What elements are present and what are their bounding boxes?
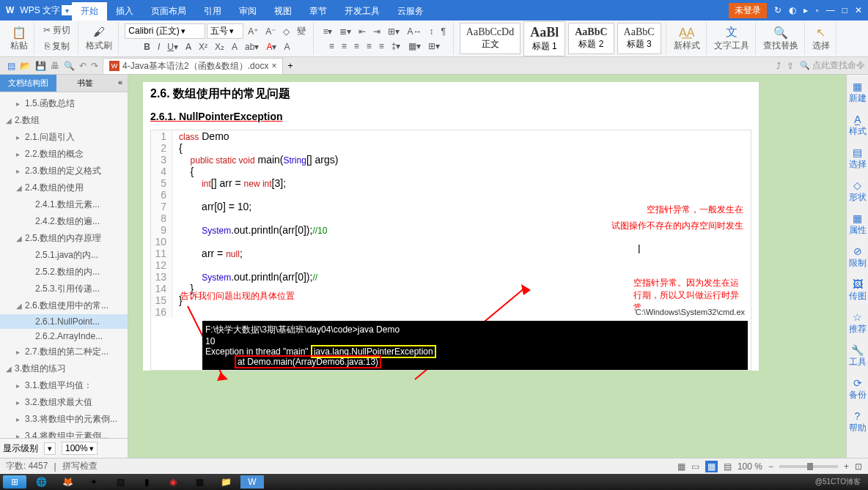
taskbar-app2-icon[interactable]: ▧ [108, 475, 132, 489]
rpanel-recommend[interactable]: ☆推荐 [849, 311, 867, 335]
command-search[interactable]: 🔍 点此查找命令 [800, 59, 865, 72]
taskbar-app4-icon[interactable]: ▦ [188, 475, 211, 489]
indent-dec-button[interactable]: ⇤ [356, 25, 369, 38]
view-read-icon[interactable]: ▭ [691, 461, 699, 472]
italic-button[interactable]: I [155, 40, 163, 53]
login-status[interactable]: 未登录 [729, 3, 767, 18]
share-icon[interactable]: ⇪ [787, 61, 794, 71]
new-tab-button[interactable]: + [283, 61, 297, 71]
tab-dev[interactable]: 开发工具 [336, 2, 389, 21]
outline-item[interactable]: 2.6.1.NullPoint... [0, 314, 128, 329]
view-print-icon[interactable]: ▦ [677, 461, 685, 472]
outline-zoom-combo[interactable]: 100%▾ [62, 442, 98, 455]
outline-item[interactable]: 2.5.1.java的内... [0, 247, 128, 264]
close-icon[interactable]: ✕ [855, 5, 862, 15]
sync-icon[interactable]: ↻ [774, 5, 781, 15]
sidebar-tab-bookmark[interactable]: 书签 [56, 75, 113, 92]
align-dist-button[interactable]: ≡ [376, 40, 387, 53]
taskbar-music-icon[interactable]: ◉ [161, 475, 185, 489]
rpanel-shape[interactable]: ◇形状 [849, 179, 867, 204]
qat-save-icon[interactable]: 💾 [35, 61, 46, 71]
outline-item[interactable]: ▸3.1.数组平均值： [0, 377, 128, 394]
style-h3[interactable]: AaBbC标题 3 [617, 23, 661, 54]
taskbar-app1-icon[interactable]: ✦ [82, 475, 106, 489]
outline-item[interactable]: 2.5.3.引用传递... [0, 281, 128, 297]
zoom-in-button[interactable]: + [844, 461, 849, 472]
taskbar-chrome-icon[interactable]: 🌐 [29, 475, 53, 489]
outline-item[interactable]: 2.4.2.数组的遍... [0, 213, 128, 230]
min-ribbon-icon[interactable]: ▫ [815, 5, 818, 15]
tab-section[interactable]: 章节 [301, 2, 336, 21]
outline-item[interactable]: 2.4.1.数组元素... [0, 196, 128, 213]
super-button[interactable]: X² [196, 40, 210, 53]
taskbar-firefox-icon[interactable]: 🦊 [56, 475, 79, 489]
view-outline-icon[interactable]: ▤ [724, 461, 732, 472]
shading-button[interactable]: ▦▾ [405, 40, 424, 53]
style-normal[interactable]: AaBbCcDd正文 [460, 23, 521, 54]
taskbar-wps-icon[interactable]: W [240, 475, 264, 489]
qat-redo-icon[interactable]: ↷ [91, 61, 98, 71]
align-center-button[interactable]: ≡ [339, 40, 350, 53]
bold-button[interactable]: B [141, 40, 153, 53]
doc-close-icon[interactable]: × [271, 61, 276, 71]
qat-undo-icon[interactable]: ↶ [79, 61, 87, 71]
strike-button[interactable]: A̵ [183, 40, 194, 53]
outline-item[interactable]: ◢2.数组 [0, 112, 128, 129]
qat-open-icon[interactable]: 📂 [20, 61, 31, 71]
tab-cloud[interactable]: 云服务 [389, 2, 433, 21]
show-marks-button[interactable]: ¶ [438, 25, 448, 38]
sidebar-collapse-icon[interactable]: « [113, 75, 128, 92]
indent-inc-button[interactable]: ⇥ [370, 25, 383, 38]
copy-button[interactable]: ⎘ 复制 [42, 39, 73, 54]
rpanel-limit[interactable]: ⊘限制 [849, 245, 867, 270]
clear-format-button[interactable]: ◇ [280, 25, 293, 38]
feedback-icon[interactable]: ⤴ [776, 61, 781, 71]
minimize-icon[interactable]: — [826, 5, 835, 15]
tab-button[interactable]: ⊞▾ [385, 25, 402, 38]
paste-button[interactable]: 📋粘贴 [9, 23, 29, 53]
outline-item[interactable]: ◢2.6.数组使用中的常... [0, 297, 128, 314]
line-spacing-button[interactable]: ‡▾ [389, 40, 404, 53]
select-button[interactable]: ↖选择 [811, 23, 831, 53]
outline-item[interactable]: ▸3.3.将数组中的元素倒... [0, 411, 128, 428]
outline-item[interactable]: 2.5.2.数组的内... [0, 264, 128, 281]
rpanel-tool[interactable]: 🔧工具 [849, 344, 867, 368]
display-level-combo[interactable]: ▾ [44, 442, 56, 455]
outline-item[interactable]: ◢2.5.数组的内存原理 [0, 230, 128, 247]
outline-item[interactable]: ◢3.数组的练习 [0, 360, 128, 377]
tab-layout[interactable]: 页面布局 [142, 2, 195, 21]
outline-item[interactable]: ▸3.2.数组求最大值 [0, 394, 128, 411]
char-border-button[interactable]: A [281, 40, 293, 53]
qat-print-icon[interactable]: 🖶 [51, 61, 59, 71]
document-area[interactable]: 2.6. 数组使用中的常见问题 2.6.1. NullPointerExcept… [128, 75, 846, 458]
maximize-icon[interactable]: □ [842, 5, 847, 15]
outline-item[interactable]: 2.6.2.ArrayInde... [0, 329, 128, 344]
skin-icon[interactable]: ◐ [789, 5, 796, 15]
find-replace-button[interactable]: 🔍查找替换 [762, 23, 800, 53]
fit-button[interactable]: ⊡ [855, 461, 862, 472]
outline-item[interactable]: ▸2.3.数组的定义格式 [0, 163, 128, 179]
spell-check[interactable]: 拼写检查 [62, 460, 98, 472]
view-web-icon[interactable]: ▦ [705, 461, 718, 472]
numbering-button[interactable]: ≣▾ [336, 25, 354, 38]
tab-start[interactable]: 开始 [72, 2, 107, 21]
zoom-out-button[interactable]: − [768, 461, 773, 472]
rpanel-select[interactable]: ▤选择 [849, 146, 867, 171]
size-combo[interactable]: 五号▾ [207, 23, 243, 39]
sidebar-tab-outline[interactable]: 文档结构图 [0, 75, 56, 92]
tab-review[interactable]: 审阅 [230, 2, 265, 21]
border-button[interactable]: ⊞▾ [425, 40, 443, 53]
phonetic-button[interactable]: 變 [294, 23, 309, 39]
font-combo[interactable]: Calibri (正文)▾ [125, 23, 205, 39]
cut-button[interactable]: ✂ 剪切 [40, 23, 73, 38]
zoom-slider[interactable] [779, 465, 838, 468]
tab-reference[interactable]: 引用 [195, 2, 230, 21]
document-tab[interactable]: W 4-Java基本语法2（函数&数组）.docx × [103, 58, 283, 74]
rpanel-image[interactable]: 🖼传图 [849, 278, 867, 302]
new-style-button[interactable]: A͟A新样式 [672, 23, 702, 53]
zoom-value[interactable]: 100 % [738, 461, 762, 472]
font-color-button[interactable]: A▾ [263, 40, 279, 53]
outline-item[interactable]: ▸2.7.数组的第二种定... [0, 344, 128, 360]
qat-new-icon[interactable]: ▤ [7, 61, 15, 71]
rpanel-style[interactable]: A̲样式 [849, 114, 867, 138]
